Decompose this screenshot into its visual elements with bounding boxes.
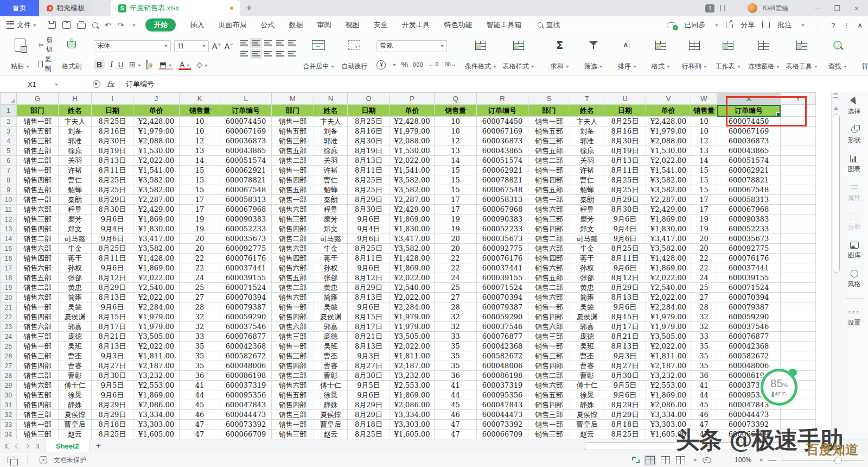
cell[interactable]: ¥3,417.00 <box>133 234 180 244</box>
cell[interactable]: 张郃 <box>314 273 348 283</box>
cell[interactable]: 35 <box>435 351 477 361</box>
cell[interactable]: 24 <box>691 273 717 283</box>
cell[interactable]: 19 <box>180 224 220 234</box>
cell[interactable]: 销售五部 <box>528 390 570 400</box>
cell[interactable]: 600076877 <box>220 332 272 342</box>
row-header-8[interactable]: 8 <box>1 175 17 185</box>
cell[interactable]: 8月25日 <box>604 117 646 127</box>
cell[interactable]: 9月6日 <box>348 302 390 312</box>
cell[interactable]: 9月6日 <box>92 390 133 400</box>
cell[interactable]: ¥1,979.00 <box>133 127 180 136</box>
cell[interactable]: 牛金 <box>570 244 604 254</box>
action-button-表格工具[interactable]: 表格工具 <box>784 36 819 73</box>
cell[interactable]: 8月29日 <box>348 400 390 410</box>
cell[interactable]: ¥1,830.00 <box>390 224 435 234</box>
cell[interactable]: 8月19日 <box>604 146 646 156</box>
cell[interactable]: 曹皇后 <box>570 420 604 430</box>
cell[interactable]: 销售三部 <box>17 430 59 439</box>
cell[interactable]: 郑文 <box>59 224 92 234</box>
increase-decimal-button[interactable]: ←.0 <box>429 62 438 67</box>
cell[interactable]: 司马懿 <box>314 234 348 244</box>
cell[interactable] <box>781 410 816 420</box>
cell[interactable]: 9月4日 <box>604 224 646 234</box>
cell[interactable]: 600079387 <box>717 302 781 312</box>
cell[interactable]: 销售六部 <box>528 244 570 254</box>
cell[interactable]: 销售六部 <box>528 263 570 273</box>
font-name-select[interactable]: 宋体 <box>94 40 171 52</box>
cell[interactable]: 600058313 <box>220 195 272 205</box>
cell[interactable]: ¥2,088.00 <box>646 136 691 146</box>
cell[interactable]: 8月13日 <box>604 293 646 302</box>
cell[interactable]: ¥1,979.00 <box>646 127 691 136</box>
cell[interactable]: ¥3,582.00 <box>133 244 180 254</box>
wrap-text-button[interactable]: 自动换行 <box>339 36 369 73</box>
sidebar-item-选择[interactable]: 选择 <box>848 97 861 116</box>
ribbon-tab-审阅[interactable]: 审阅 <box>317 20 331 30</box>
cell[interactable]: 黄忠 <box>59 283 92 293</box>
cell[interactable]: 简雍 <box>314 293 348 302</box>
header-cell[interactable]: 订单编号 <box>220 105 272 117</box>
cell[interactable]: 600067169 <box>717 127 781 136</box>
cell[interactable]: 销售三部 <box>528 351 570 361</box>
cell[interactable]: 曹丕 <box>314 351 348 361</box>
cell[interactable]: 20 <box>435 244 477 254</box>
user-avatar[interactable] <box>748 3 757 13</box>
cell[interactable]: 600092775 <box>477 244 528 254</box>
cell[interactable]: 25 <box>435 283 477 293</box>
font-size-select[interactable]: 11 <box>174 40 209 52</box>
cell[interactable]: 销售一部 <box>17 420 59 430</box>
cell[interactable]: 曹睿 <box>59 361 92 371</box>
cell[interactable]: 12 <box>180 136 220 146</box>
copy-button[interactable]: 复制 <box>39 55 53 73</box>
protection-status-label[interactable]: 文档未保护 <box>54 456 86 465</box>
cell[interactable]: 销售一部 <box>528 166 570 175</box>
cell[interactable]: 8月29日 <box>92 400 133 410</box>
cell[interactable]: ¥3,232.00 <box>646 371 691 381</box>
sidebar-item-风格[interactable]: 风格 <box>848 269 861 289</box>
cell[interactable]: 600067968 <box>477 205 528 214</box>
cell[interactable]: ¥2,284.00 <box>390 302 435 312</box>
cell[interactable]: 销售四部 <box>528 361 570 371</box>
cell[interactable]: 600036873 <box>477 136 528 146</box>
table-style-button[interactable]: 表格样式 <box>501 36 536 73</box>
export-icon[interactable] <box>62 21 71 29</box>
tab-docer-templates[interactable]: 稻壳模板 <box>39 0 92 16</box>
cell[interactable]: 销售三部 <box>17 136 59 146</box>
ribbon-tab-智能工具箱[interactable]: 智能工具箱 <box>486 20 521 30</box>
cell[interactable]: 9月6日 <box>92 302 133 312</box>
cell[interactable]: ¥3,417.00 <box>390 234 435 244</box>
cell[interactable]: 600067548 <box>477 185 528 195</box>
cell[interactable]: 8月30日 <box>348 136 390 146</box>
cell[interactable]: 8月15日 <box>348 312 390 322</box>
cell[interactable]: 36 <box>691 371 717 381</box>
cell[interactable]: 吴班 <box>59 342 92 351</box>
cell[interactable]: 13 <box>435 146 477 156</box>
column-header-N[interactable]: N <box>314 93 348 105</box>
cell[interactable]: ¥2,429.00 <box>390 205 435 214</box>
cell[interactable]: 45 <box>691 400 717 410</box>
cell[interactable]: 600051574 <box>717 156 781 166</box>
cell[interactable]: 曹仁 <box>59 175 92 185</box>
column-header-I[interactable]: I <box>92 93 133 105</box>
cell[interactable]: 8月19日 <box>348 146 390 156</box>
window-count-badge[interactable]: 1 <box>705 4 714 12</box>
cell[interactable]: 销售二部 <box>528 283 570 293</box>
cell[interactable]: ¥3,582.00 <box>646 244 691 254</box>
cell[interactable]: 19 <box>435 224 477 234</box>
header-cell[interactable]: 单价 <box>646 105 691 117</box>
cell[interactable]: ¥1,428.00 <box>133 254 180 263</box>
cell[interactable]: 貂蝉 <box>59 185 92 195</box>
cell[interactable]: 35 <box>180 342 220 351</box>
cell[interactable]: ¥1,541.00 <box>646 166 691 175</box>
cell[interactable]: 600048006 <box>717 361 781 371</box>
header-cell[interactable]: 销售量 <box>180 105 220 117</box>
cell[interactable]: 销售四部 <box>17 400 59 410</box>
cell[interactable]: 销售三部 <box>17 351 59 361</box>
cell[interactable]: ¥2,553.00 <box>390 381 435 390</box>
cell[interactable]: 销售四部 <box>528 224 570 234</box>
cell[interactable]: 9月6日 <box>348 214 390 224</box>
column-header-P[interactable]: P <box>390 93 435 105</box>
row-header-4[interactable]: 4 <box>1 136 17 146</box>
cell[interactable]: 600037546 <box>220 322 272 332</box>
cell[interactable]: 黄忠 <box>314 283 348 293</box>
